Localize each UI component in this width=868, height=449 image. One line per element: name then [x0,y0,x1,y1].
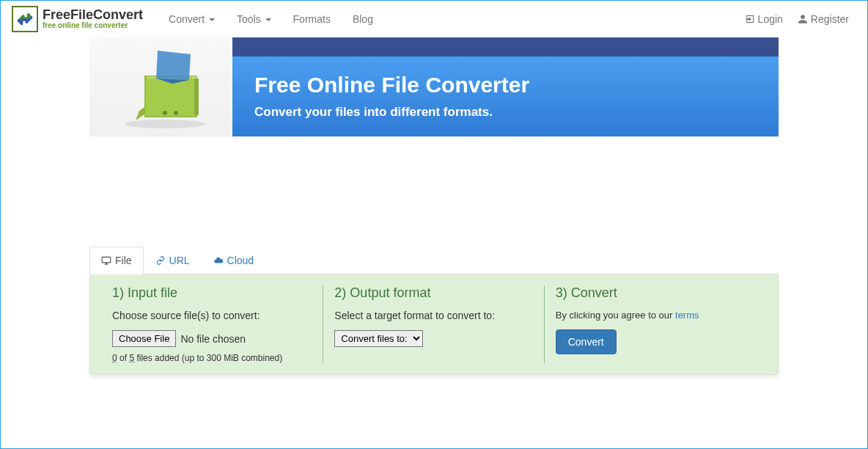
nav-blog[interactable]: Blog [342,2,384,36]
svg-marker-5 [156,51,191,80]
hero-title: Free Online File Converter [254,73,757,98]
no-file-label: No file chosen [180,333,246,345]
login-icon [745,14,755,24]
monitor-icon [101,255,111,266]
step1-desc: Choose source file(s) to convert: [112,310,312,321]
step2-title: 2) Output format [334,285,532,301]
svg-point-8 [174,111,178,115]
convert-panel: 1) Input file Choose source file(s) to c… [89,274,779,375]
brand-title: FreeFileConvert [43,8,143,22]
step1-title: 1) Input file [112,285,312,301]
nav-formats[interactable]: Formats [282,2,342,36]
convert-button[interactable]: Convert [556,329,617,354]
step2-desc: Select a target format to convert to: [334,310,532,321]
tab-cloud[interactable]: Cloud [202,247,266,274]
chevron-down-icon [209,18,215,21]
step3-title: 3) Convert [556,285,755,301]
register-link[interactable]: Register [790,2,856,36]
svg-point-0 [125,120,205,128]
nav-tools[interactable]: Tools [226,2,282,36]
hero-banner: Free Online File Converter Convert your … [89,37,779,136]
step3-desc: By clicking you agree to our terms [556,310,755,321]
hero-subtitle: Convert your files into different format… [254,105,757,120]
svg-point-7 [163,111,167,115]
file-count-help: 0 of 5 files added (up to 300 MiB combin… [112,353,312,363]
hero-top-bar [232,37,779,56]
chevron-down-icon [265,18,271,21]
tab-url[interactable]: URL [144,247,202,274]
logo-icon [12,6,38,32]
output-format-select[interactable]: Convert files to: [334,330,423,347]
user-icon [798,14,808,24]
login-link[interactable]: Login [738,2,790,36]
nav-links: Convert Tools Formats Blog [158,2,384,36]
nav-convert[interactable]: Convert [158,2,226,36]
terms-link[interactable]: terms [675,310,699,321]
brand-link[interactable]: FreeFileConvert free online file convert… [12,6,143,32]
choose-file-button[interactable]: Choose File [112,330,176,347]
hero-image [89,37,232,136]
navbar: FreeFileConvert free online file convert… [1,1,867,37]
brand-subtitle: free online file converter [43,22,143,30]
source-tabs: File URL Cloud [89,247,779,274]
cloud-icon [213,255,224,266]
link-icon [155,255,166,266]
svg-rect-4 [194,79,199,115]
tab-file[interactable]: File [89,247,144,274]
